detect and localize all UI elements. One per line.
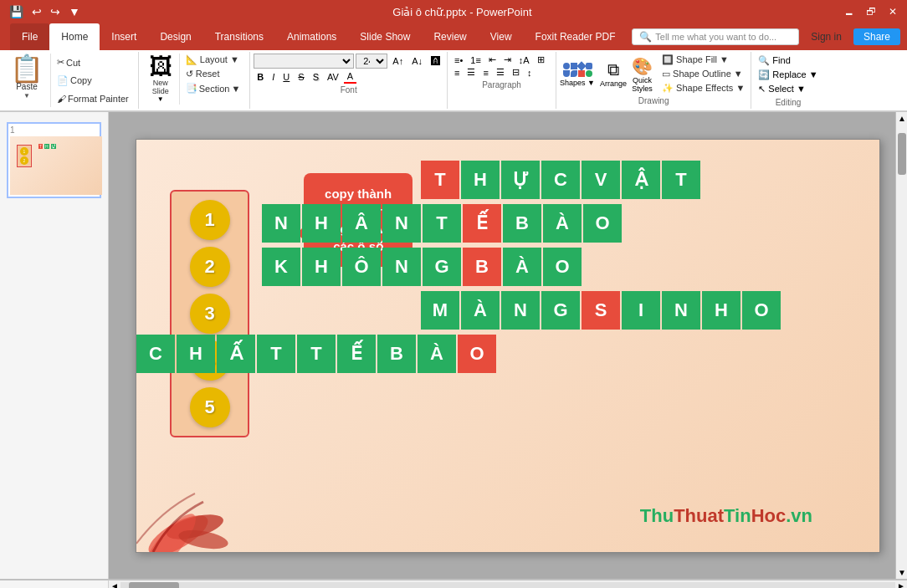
slide-thumbnail[interactable]: 1 T H Ự 1 2 <box>7 122 101 198</box>
brand-hoc: Hoc <box>751 505 787 526</box>
font-name-select[interactable] <box>254 54 354 69</box>
find-button[interactable]: 🔍 Find <box>755 54 821 68</box>
scroll-thumb-h[interactable] <box>129 582 179 589</box>
scroll-thumb-v[interactable] <box>898 133 906 175</box>
save-button[interactable]: 💾 <box>7 3 26 20</box>
underline-button[interactable]: U <box>279 71 293 83</box>
brand-text: ThuThuatTinHoc.vn <box>640 505 812 527</box>
letter-cell: H <box>302 248 341 286</box>
format-painter-button[interactable]: 🖌 Format Painter <box>54 93 131 105</box>
number-column: 1 2 3 4 5 <box>170 190 249 437</box>
tab-view[interactable]: View <box>479 23 524 50</box>
tab-slideshow[interactable]: Slide Show <box>348 23 422 50</box>
paste-area: 📋 Paste ▼ <box>3 54 51 107</box>
letter-cell: À <box>543 204 582 243</box>
section-button[interactable]: 📑 Section ▼ <box>183 82 243 95</box>
layout-button[interactable]: 📐 Layout ▼ <box>183 54 243 66</box>
tab-transitions[interactable]: Transitions <box>203 23 275 50</box>
letter-cell: V <box>582 161 620 199</box>
sign-in-button[interactable]: Sign in <box>806 29 847 44</box>
tab-design[interactable]: Design <box>148 23 202 50</box>
scroll-right-button[interactable]: ► <box>895 581 907 588</box>
letter-cell: H <box>702 291 740 330</box>
slide-panel-bottom <box>0 580 109 588</box>
arrange-button[interactable]: ⧉ Arrange <box>600 60 627 88</box>
clipboard-right: ✂ Cut 📄 Copy 🖌 Format Painter <box>51 54 135 107</box>
main-area: 1 T H Ự 1 2 ▲ <box>0 112 907 579</box>
letter-cell: T <box>421 161 459 199</box>
number-circle-5: 5 <box>190 387 230 427</box>
editing-group: 🔍 Find 🔄 Replace ▼ ↖ Select ▼ Editing <box>751 52 824 109</box>
slide-panel: 1 T H Ự 1 2 <box>0 112 109 579</box>
letter-cell: Â <box>342 204 381 243</box>
bold-button[interactable]: B <box>254 71 267 83</box>
minimize-button[interactable]: 🗕 <box>842 4 857 19</box>
scroll-down-button[interactable]: ▼ <box>896 566 907 579</box>
bullets-button[interactable]: ≡• <box>451 54 466 66</box>
strikethrough-button[interactable]: S <box>295 71 307 83</box>
scroll-left-button[interactable]: ◄ <box>109 581 120 588</box>
numbering-button[interactable]: 1≡ <box>467 54 484 66</box>
shape-outline-button[interactable]: ▭ Shape Outline ▼ <box>659 68 747 80</box>
clear-format-button[interactable]: 🅰 <box>428 55 443 67</box>
slide-preview: T H Ự 1 2 <box>10 136 102 195</box>
decrease-font-button[interactable]: A↓ <box>408 55 426 67</box>
increase-indent-button[interactable]: ⇥ <box>500 54 515 66</box>
letter-cell: Ấ <box>217 335 255 373</box>
letter-cell: T <box>297 335 336 373</box>
convert-to-smartart-button[interactable]: ⊞ <box>534 54 548 66</box>
new-slide-button[interactable]: 🖼 New Slide ▼ <box>142 54 180 105</box>
close-button[interactable]: ✕ <box>885 4 900 19</box>
customize-button[interactable]: ▼ <box>66 3 83 20</box>
spacing-button[interactable]: AV <box>324 71 342 83</box>
reset-button[interactable]: ↺ Reset <box>183 68 243 80</box>
letter-cell: O <box>583 204 622 243</box>
font-size-select[interactable]: 24 <box>356 54 387 69</box>
word-row-2: N H Â N T Ế B À O <box>262 204 622 243</box>
drawing-row1: Shapes ▼ ⧉ Arrange 🎨 Quick Styles 🔲 Shap… <box>560 54 747 95</box>
ribbon: File Home Insert Design Transitions Anim… <box>0 23 907 112</box>
paste-dropdown[interactable]: ▼ <box>23 92 30 100</box>
text-direction-button[interactable]: ↕A <box>515 54 533 66</box>
align-right-button[interactable]: ≡ <box>479 67 491 79</box>
tab-review[interactable]: Review <box>422 23 478 50</box>
justify-button[interactable]: ☰ <box>493 66 508 79</box>
letter-cell: B <box>463 248 501 286</box>
tab-insert[interactable]: Insert <box>100 23 148 50</box>
vertical-scrollbar[interactable]: ▲ ▼ <box>895 112 907 579</box>
ribbon-tabs: File Home Insert Design Transitions Anim… <box>7 23 632 50</box>
horizontal-scrollbar[interactable]: ◄ ► <box>109 580 907 588</box>
share-button[interactable]: Share <box>853 28 900 45</box>
align-left-button[interactable]: ≡ <box>451 67 463 79</box>
undo-button[interactable]: ↩ <box>29 3 44 20</box>
shape-effects-button[interactable]: ✨ Shape Effects ▼ <box>659 82 747 95</box>
editing-group-label: Editing <box>755 98 821 107</box>
letter-cell: K <box>262 248 300 286</box>
tell-me-input[interactable]: 🔍 Tell me what you want to do... <box>632 28 799 45</box>
line-spacing-button[interactable]: ↕ <box>524 67 535 79</box>
increase-font-button[interactable]: A↑ <box>389 55 407 67</box>
tab-file[interactable]: File <box>10 23 49 50</box>
scroll-up-button[interactable]: ▲ <box>896 112 907 125</box>
italic-button[interactable]: I <box>269 71 278 83</box>
quick-styles-button[interactable]: 🎨 Quick Styles <box>632 56 653 93</box>
redo-button[interactable]: ↪ <box>48 3 63 20</box>
tab-foxit[interactable]: Foxit Reader PDF <box>524 23 628 50</box>
shadow-button[interactable]: S <box>310 71 322 83</box>
copy-button[interactable]: 📄 Copy <box>54 74 131 87</box>
letter-cell: N <box>262 204 300 243</box>
font-color-button[interactable]: A <box>344 70 356 84</box>
select-button[interactable]: ↖ Select ▼ <box>755 82 821 96</box>
align-center-button[interactable]: ☰ <box>464 66 479 79</box>
shapes-button[interactable]: Shapes ▼ <box>560 61 595 87</box>
decrease-indent-button[interactable]: ⇤ <box>485 54 500 66</box>
tab-animations[interactable]: Animations <box>275 23 348 50</box>
cut-button[interactable]: ✂ Cut <box>54 56 131 69</box>
replace-button[interactable]: 🔄 Replace ▼ <box>755 68 821 82</box>
maximize-button[interactable]: 🗗 <box>863 4 879 19</box>
paste-button[interactable]: 📋 <box>10 55 44 82</box>
columns-button[interactable]: ⊟ <box>509 66 523 79</box>
word-row-4: M À N G S I N H O <box>421 291 781 330</box>
tab-home[interactable]: Home <box>49 23 100 50</box>
shape-fill-button[interactable]: 🔲 Shape Fill ▼ <box>659 54 747 66</box>
